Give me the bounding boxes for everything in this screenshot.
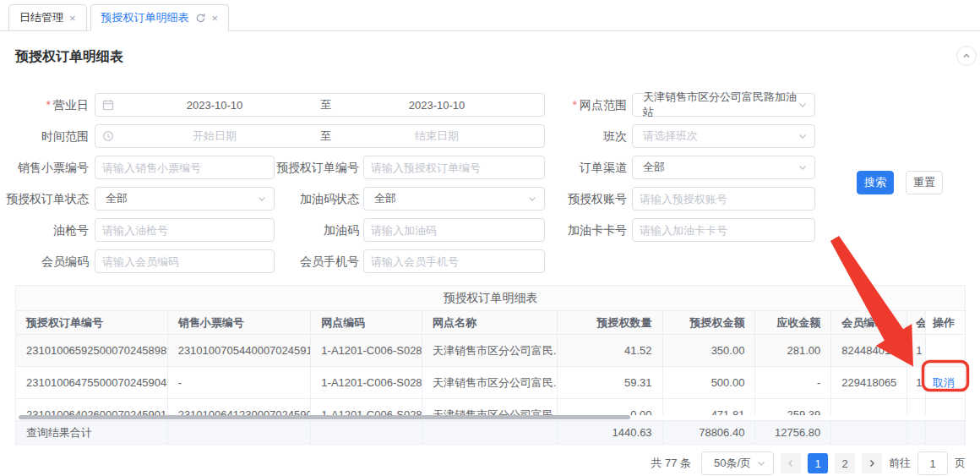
network-scope-value: 天津销售市区分公司富民路加油站 [640, 90, 798, 120]
clock-icon [102, 130, 114, 142]
fuel-code-status-value: 全部 [371, 191, 527, 206]
cell-receipt-no: 2310100705440007024591148 [168, 335, 312, 366]
summary-label: 查询结果合计 [16, 421, 168, 444]
col-header-actions: 操作 [926, 311, 965, 334]
fuel-code-status-select[interactable]: 全部 [363, 187, 545, 211]
cell-actions [926, 335, 965, 366]
cell-preauth-order-no: 2310100659250007024589893 [16, 335, 168, 366]
col-header-preauth-order-no: 预授权订单编号 [16, 311, 168, 334]
chevron-down-icon [798, 162, 808, 172]
cell-receivable: 259.39 [755, 399, 831, 415]
next-page-button[interactable] [862, 453, 882, 473]
page-number-2[interactable]: 2 [835, 453, 855, 473]
goto-label: 前往 [889, 456, 911, 471]
cell-receipt-no: 2310100641230007024590207 [168, 399, 312, 415]
order-channel-select[interactable]: 全部 [632, 156, 815, 179]
cancel-action-link[interactable]: 取消 [926, 367, 965, 398]
cell-preauth-order-no: 2310100647550007024590436 [16, 367, 168, 398]
cell-preauth-amount: 500.00 [663, 367, 756, 398]
reset-button[interactable]: 重置 [906, 171, 943, 194]
page-unit-label: 页 [955, 456, 966, 471]
preauth-status-label: 预授权订单状态 [0, 187, 89, 211]
gun-no-input[interactable] [102, 224, 267, 237]
preauth-account-input[interactable] [640, 193, 808, 205]
business-date-label: *营业日 [0, 93, 89, 117]
cell-network-code: 1-A1201-C006-S028 [311, 367, 422, 398]
end-time-placeholder[interactable]: 结束日期 [336, 129, 537, 144]
table-row[interactable]: 2310100659250007024589893 23101007054400… [16, 335, 965, 367]
close-icon[interactable]: × [69, 13, 76, 24]
prev-page-button[interactable] [781, 453, 801, 473]
network-scope-select[interactable]: 天津销售市区分公司富民路加油站 [632, 93, 815, 117]
chevron-down-icon [798, 131, 808, 141]
member-code-field [95, 249, 275, 273]
fuel-code-label: 加油码 [272, 218, 359, 242]
chevron-down-icon [527, 194, 537, 204]
search-button[interactable]: 搜索 [857, 171, 894, 194]
chevron-down-icon [798, 100, 808, 110]
pagination: 共 77 条 50条/页 1 2 前往 页 [0, 451, 966, 475]
col-header-receipt-no: 销售小票编号 [168, 311, 312, 334]
cell-receivable: 281.00 [755, 335, 831, 366]
shift-placeholder: 请选择班次 [640, 129, 798, 144]
chevron-right-icon [867, 458, 877, 468]
cell-clipped: - [907, 399, 926, 415]
member-phone-input[interactable] [371, 255, 537, 268]
cell-preauth-qty: 41.52 [558, 335, 663, 366]
col-header-member-code: 会员编码 [831, 311, 907, 334]
tab-daily-settlement[interactable]: 日结管理 × [8, 4, 87, 31]
cell-preauth-qty: 59.31 [558, 367, 663, 398]
preauth-status-select[interactable]: 全部 [95, 187, 275, 211]
cell-preauth-order-no: 2310100640260007024590169 [16, 399, 168, 415]
time-range-picker[interactable]: 开始日期 至 结束日期 [95, 124, 545, 148]
receipt-no-input[interactable] [102, 161, 267, 174]
cell-clipped: 1 [907, 335, 926, 366]
preauth-account-field [632, 187, 815, 211]
cell-network-code: 1-A1201-C006-S028 [311, 399, 422, 415]
col-header-receivable: 应收金额 [755, 311, 831, 334]
table-header-row: 预授权订单编号 销售小票编号 网点编码 网点名称 预授权数量 预授权金额 应收金… [16, 311, 965, 335]
receipt-no-field [95, 156, 275, 179]
end-date-value[interactable]: 2023-10-10 [336, 99, 537, 112]
fuel-code-input[interactable] [371, 224, 537, 237]
gun-no-field [95, 218, 275, 242]
start-date-value[interactable]: 2023-10-10 [114, 99, 315, 112]
collapse-form-button[interactable] [956, 46, 977, 66]
col-header-network-code: 网点编码 [311, 311, 422, 334]
time-range-label: 时间范围 [0, 124, 89, 148]
cell-member-code: 229418065 [831, 367, 907, 398]
table-row[interactable]: 2310100640260007024590169 23101006412300… [16, 399, 965, 415]
business-date-range-picker[interactable]: 2023-10-10 至 2023-10-10 [95, 93, 545, 117]
refresh-icon[interactable] [195, 13, 206, 24]
range-separator: 至 [315, 97, 336, 112]
preauth-order-no-input[interactable] [371, 161, 537, 174]
tab-bar: 日结管理 × 预授权订单明细表 × [0, 0, 980, 31]
start-time-placeholder[interactable]: 开始日期 [114, 129, 315, 144]
horizontal-scrollbar-thumb[interactable] [19, 415, 630, 419]
goto-page-input[interactable] [917, 451, 948, 475]
page-number-1[interactable]: 1 [808, 453, 828, 473]
cell-network-code: 1-A1201-C006-S028 [311, 335, 422, 366]
preauth-account-label: 预授权账号 [544, 187, 627, 211]
table-row[interactable]: 2310100647550007024590436 - 1-A1201-C006… [16, 367, 965, 399]
tab-label: 日结管理 [19, 10, 63, 25]
cell-receivable: - [755, 367, 831, 398]
form-row-6: 会员编码 会员手机号 [0, 249, 980, 273]
page-size-select[interactable]: 50条/页 [701, 451, 774, 475]
close-icon[interactable]: × [212, 13, 219, 24]
fuel-code-field [363, 218, 545, 242]
receipt-no-label: 销售小票编号 [0, 156, 89, 179]
cell-network-name: 天津销售市区分公司富民... [422, 367, 558, 398]
shift-select[interactable]: 请选择班次 [632, 124, 815, 148]
table-summary-row: 查询结果合计 1440.63 78806.40 12756.80 [16, 420, 965, 444]
total-count: 共 77 条 [651, 456, 691, 471]
fuel-card-no-input[interactable] [640, 224, 808, 237]
shift-label: 班次 [544, 124, 627, 148]
preauth-order-no-field [363, 156, 545, 179]
member-code-input[interactable] [102, 255, 267, 268]
chevron-up-icon [961, 51, 972, 61]
cell-actions: - [926, 399, 965, 415]
table-title: 预授权订单明细表 [16, 286, 965, 311]
calendar-icon [102, 99, 114, 111]
tab-preauth-order-detail[interactable]: 预授权订单明细表 × [90, 4, 230, 31]
